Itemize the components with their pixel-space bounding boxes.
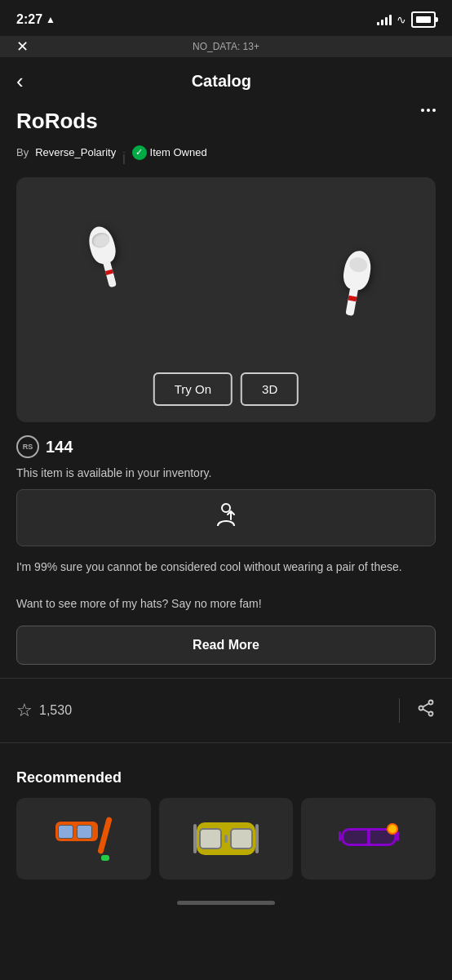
item-section: RoRods By Reverse_Polarity | ✓ Item Owne… [0,105,452,166]
airpod-right [341,249,374,292]
recommended-item-goggles[interactable] [159,798,294,880]
favorite-count: 1,530 [39,703,72,718]
svg-point-0 [222,504,230,512]
wear-icon [211,503,241,532]
location-icon: ▲ [46,14,55,25]
svg-line-4 [423,704,429,707]
more-options-button[interactable] [421,109,436,112]
page-header: ‹ Catalog [0,57,452,105]
price-value: 144 [46,438,73,457]
read-more-button[interactable]: Read More [16,626,436,665]
notification-text: NO_DATA: 13+ [193,41,259,52]
recommended-grid [16,798,436,880]
description-text: I'm 99% sure you cannot be considered co… [0,558,452,612]
svg-point-1 [429,701,433,705]
recommended-title: Recommended [16,769,436,786]
wear-button[interactable] [16,489,436,546]
try-on-button[interactable]: Try On [153,372,233,406]
home-bar [177,901,275,905]
owned-label: Item Owned [150,146,207,158]
airpod-left [86,224,119,266]
action-bar: ☆ 1,530 [16,692,436,729]
favorite-button[interactable]: ☆ 1,530 [16,700,383,721]
recommended-divider [0,742,452,743]
snorkel-graphic [51,810,116,867]
recommended-section: Recommended [0,756,452,893]
meta-divider: | [122,152,125,153]
check-icon: ✓ [132,145,147,160]
image-buttons: Try On 3D [153,372,299,406]
close-button[interactable]: ✕ [16,38,29,56]
recommended-item-glasses[interactable] [301,798,436,880]
item-meta: By Reverse_Polarity | ✓ Item Owned [16,139,436,166]
price-section: RS 144 [0,422,452,461]
notification-bar: ✕ NO_DATA: 13+ [0,36,452,57]
status-icons: ∿ [377,11,436,28]
page-title: Catalog [37,72,406,91]
creator-link[interactable]: Reverse_Polarity [35,146,116,158]
item-name: RoRods [16,109,98,134]
inventory-text: This item is available in your inventory… [0,461,452,489]
robux-icon: RS [16,435,39,458]
recommended-item-snorkel[interactable] [16,798,151,880]
battery-icon [411,11,436,28]
owned-badge: ✓ Item Owned [132,145,207,160]
svg-line-5 [423,710,429,713]
wifi-icon: ∿ [397,13,406,26]
share-button[interactable] [416,698,436,723]
section-divider [0,678,452,679]
goggles-graphic [193,814,259,863]
three-d-button[interactable]: 3D [241,372,299,406]
status-bar: 2:27 ▲ ∿ [0,0,452,36]
signal-icon [377,14,392,25]
star-icon: ☆ [16,700,33,721]
description-line-2: Want to see more of my hats? Say no more… [16,595,436,612]
action-divider [399,698,400,723]
description-line-1: I'm 99% sure you cannot be considered co… [16,558,436,576]
home-indicator [0,893,452,910]
svg-point-3 [429,712,433,716]
svg-point-2 [419,706,423,710]
by-label: By [16,146,29,158]
back-button[interactable]: ‹ [16,69,24,94]
status-time: 2:27 [16,12,42,27]
item-image-container: Try On 3D [16,177,436,422]
glasses-graphic [336,818,401,859]
